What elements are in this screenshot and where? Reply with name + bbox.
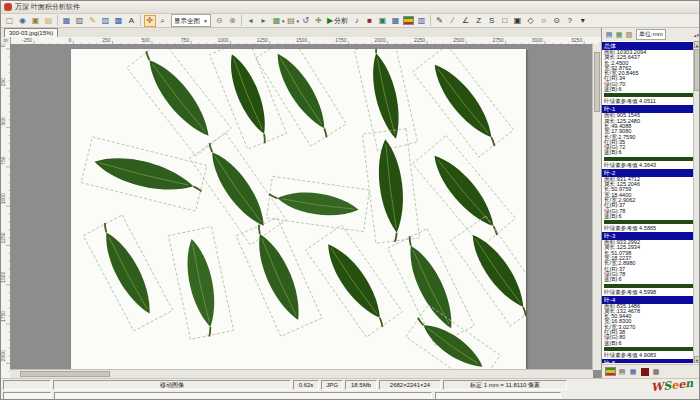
svg-text:500: 500 xyxy=(1,117,6,126)
prev-image-icon[interactable]: ◂ xyxy=(244,15,256,27)
scroll-thumb[interactable] xyxy=(594,52,600,112)
svg-text:0: 0 xyxy=(69,37,72,43)
panel-collapse-arrows[interactable]: ▴▾ xyxy=(694,32,699,38)
edit-icon[interactable]: ✎ xyxy=(87,15,99,27)
next-image-icon[interactable]: ▸ xyxy=(257,15,269,27)
save-icon[interactable]: ▦ xyxy=(61,15,73,27)
status-time-cell: 0.62s xyxy=(293,380,319,390)
rect-tool-icon[interactable]: □ xyxy=(499,15,511,27)
leaf-blade xyxy=(401,241,462,334)
toolbar-separator xyxy=(57,15,58,26)
leaf xyxy=(236,217,322,337)
status-progress-cell xyxy=(3,392,51,400)
leaf-blade xyxy=(96,227,159,319)
circle-tool-icon[interactable]: ○ xyxy=(538,15,550,27)
color-bar-icon[interactable] xyxy=(403,16,414,25)
canvas-vertical-scrollbar[interactable] xyxy=(592,44,601,370)
polygon-tool-icon[interactable]: ◇ xyxy=(525,15,537,27)
line-measure-icon[interactable]: ∕ xyxy=(447,15,459,27)
curve-tool-icon[interactable]: S xyxy=(486,15,498,27)
settings-icon[interactable]: ▩ xyxy=(651,367,661,377)
leaf-stem xyxy=(374,49,379,53)
save-results-icon[interactable]: ▦ xyxy=(628,367,638,377)
leaf xyxy=(168,227,233,341)
hand-tool-icon[interactable]: ✜ xyxy=(144,15,156,27)
leaf-blade xyxy=(269,49,333,134)
leaf-blade xyxy=(92,150,197,199)
chart-view-icon[interactable]: ▦ xyxy=(614,30,624,40)
svg-text:0: 0 xyxy=(1,44,6,47)
stats-table-icon[interactable]: ▤ xyxy=(617,367,627,377)
marker-icon[interactable]: ✚ xyxy=(312,15,324,27)
svg-text:500: 500 xyxy=(142,37,151,43)
scroll-thumb[interactable] xyxy=(694,49,700,91)
leaf-stem xyxy=(416,318,425,326)
more-tools-icon[interactable]: ▾ xyxy=(577,15,589,27)
scanned-leaf-image[interactable] xyxy=(71,49,526,370)
section-header[interactable]: 叶-5 xyxy=(602,359,695,363)
scan-icon[interactable]: ▣ xyxy=(30,15,42,27)
leaf-blade xyxy=(276,188,360,220)
zoom-out-icon[interactable]: ⊖ xyxy=(213,15,225,27)
pen-tool-icon[interactable]: ✎ xyxy=(434,15,446,27)
measurement-row: 蓝(B):6 xyxy=(602,150,695,155)
camera-icon[interactable]: ◉ xyxy=(17,15,29,27)
leaf xyxy=(362,129,419,245)
scroll-up-arrow[interactable]: ▲ xyxy=(694,41,700,48)
leaf xyxy=(451,216,526,327)
angle-tool-icon[interactable]: ∠ xyxy=(460,15,472,27)
copy-icon[interactable]: ▨ xyxy=(100,15,112,27)
leaf-color-swatch xyxy=(604,284,693,288)
print-icon[interactable]: ▧ xyxy=(74,15,86,27)
export-icon[interactable]: ▧ xyxy=(624,30,634,40)
leaf-blade xyxy=(203,146,273,233)
stop-icon[interactable]: ■ xyxy=(364,15,376,27)
status-mode-cell: 移动图像 xyxy=(53,380,291,390)
unit-dropdown[interactable]: 单位:mm xyxy=(636,29,666,40)
ruler-unit-box: m xyxy=(1,37,11,44)
report-icon[interactable]: ▥ xyxy=(416,15,428,27)
leaf-stem xyxy=(256,225,262,234)
leaf xyxy=(209,49,287,150)
photo-icon[interactable]: ▣ xyxy=(377,15,389,27)
table-view-icon[interactable]: ▤ xyxy=(604,30,614,40)
image-canvas[interactable] xyxy=(10,44,601,378)
ellipse-tool-icon[interactable]: ⊙ xyxy=(551,15,563,27)
analyze-button[interactable]: ▶分析 xyxy=(327,16,348,26)
polyline-tool-icon[interactable]: Z xyxy=(473,15,485,27)
folder-icon[interactable]: ▤ xyxy=(43,15,55,27)
leaf-stem xyxy=(207,327,212,336)
filled-rect-tool-icon[interactable]: ▣ xyxy=(512,15,524,27)
results-panel: ▤ ▦ ▧ 单位:mm ▴▾ 总体面积:10303.2094周长:125.643… xyxy=(601,28,700,378)
panel-scrollbar[interactable]: ▲ ▼ xyxy=(693,41,700,363)
open-image-icon[interactable]: ▢ xyxy=(4,15,16,27)
view-mode-label: 显示全图 xyxy=(174,16,200,26)
status-empty-cell xyxy=(3,380,51,390)
grid-settings-icon[interactable]: ▦ xyxy=(270,15,282,27)
measurement-row: 蓝(B):6 xyxy=(602,87,695,92)
sound-icon[interactable]: ♪ xyxy=(351,15,363,27)
chlorophyll-reference: 叶绿素参考值 4.3643 xyxy=(602,162,695,168)
view-mode-dropdown[interactable]: 显示全图▼ xyxy=(171,14,211,27)
toolbar-separator xyxy=(140,15,141,26)
scroll-thumb[interactable] xyxy=(20,371,110,377)
measurement-row: 蓝(B):6 xyxy=(602,214,695,219)
magnifier-icon[interactable]: ⌕ xyxy=(157,15,169,27)
canvas-horizontal-scrollbar[interactable] xyxy=(10,369,593,378)
application-window: 万深 叶面积分析软件 ▢◉▣▤▦▧✎▨▩A✜⌕显示全图▼⊖⊕◂▸▦▾▤▾↺✚▶分… xyxy=(0,0,700,400)
table-icon[interactable]: ▦ xyxy=(390,15,402,27)
layer-settings-icon[interactable]: ▤ xyxy=(285,15,297,27)
leaf-result-section: 叶-4面积:835.1486周长:132.4678长:50.9440宽:16.8… xyxy=(602,296,695,358)
record-icon[interactable] xyxy=(641,368,649,376)
text-tool-icon[interactable]: A xyxy=(126,15,138,27)
svg-text:1250: 1250 xyxy=(257,37,268,43)
paste-icon[interactable]: ▩ xyxy=(113,15,125,27)
scroll-down-arrow[interactable]: ▼ xyxy=(694,356,700,363)
color-scale-icon[interactable] xyxy=(605,367,616,376)
chlorophyll-reference: 叶绿素参考值 4.9083 xyxy=(602,352,695,358)
help-icon[interactable]: ? xyxy=(564,15,576,27)
title-bar: 万深 叶面积分析软件 xyxy=(1,1,700,14)
zoom-in-icon[interactable]: ⊕ xyxy=(226,15,238,27)
undo-icon[interactable]: ↺ xyxy=(299,15,311,27)
leaf-blade xyxy=(426,58,500,144)
